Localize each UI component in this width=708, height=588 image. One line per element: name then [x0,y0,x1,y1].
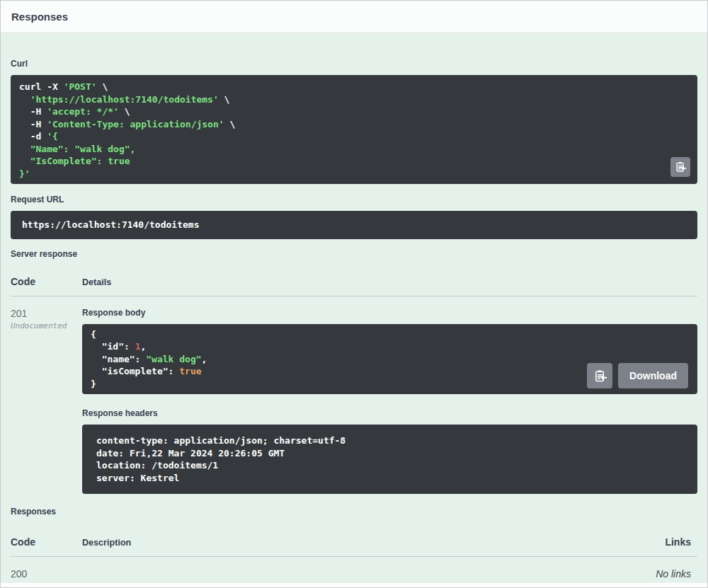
clipboard-arrow-icon [593,369,607,384]
server-response-label: Server response [11,249,697,259]
details-column-header: Details [82,276,697,287]
responses-section-body: Curl curl -X 'POST' \ 'https://localhost… [1,33,707,583]
panel-title: Responses [11,11,68,23]
status-code: 201 [11,308,82,319]
response-body-actions: Download [587,363,688,388]
server-response-table-header: Code Details [11,276,697,296]
responses-section-header: Responses [1,1,707,33]
links-column-header: Links [665,536,697,548]
response-headers-label: Response headers [82,408,697,418]
no-links-text: No links [656,568,697,580]
responses-table-header: Code Description Links [11,536,697,557]
response-details-cell: Response body { "id": 1, "name": "walk d… [82,308,697,507]
response-headers-text: content-type: application/json; charset=… [96,434,683,484]
status-code: 200 [11,568,82,580]
download-button[interactable]: Download [618,363,688,388]
curl-command-block: curl -X 'POST' \ 'https://localhost:7140… [11,75,697,184]
undocumented-note: Undocumented [11,321,82,330]
response-description [82,568,656,580]
status-code-cell: 201 Undocumented [11,308,82,507]
response-body-label: Response body [82,308,697,318]
copy-curl-button[interactable] [670,157,690,177]
code-column-header: Code [11,536,82,548]
curl-label: Curl [11,59,697,69]
request-url-block: https://localhost:7140/todoitems [11,211,697,239]
response-headers-block: content-type: application/json; charset=… [82,425,697,494]
request-url-value: https://localhost:7140/todoitems [22,219,686,231]
clipboard-arrow-icon [674,161,687,173]
page-background-strip [1,583,707,587]
responses-table-label: Responses [11,507,697,517]
code-column-header: Code [11,276,82,287]
request-url-label: Request URL [11,195,697,204]
response-body-block: { "id": 1, "name": "walk dog", "isComple… [82,324,697,395]
responses-panel: Responses Curl curl -X 'POST' \ 'https:/… [0,0,708,588]
server-response-row: 201 Undocumented Response body { "id": 1… [11,296,697,507]
curl-command-text: curl -X 'POST' \ 'https://localhost:7140… [19,81,689,180]
copy-response-button[interactable] [587,363,612,388]
response-200-row: 200 No links [11,557,697,580]
description-column-header: Description [82,536,665,548]
